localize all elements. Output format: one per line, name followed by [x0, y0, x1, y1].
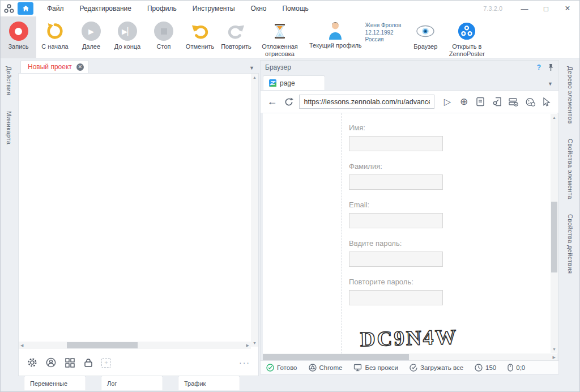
check-badge-icon [410, 364, 417, 372]
status-mouse-coords: 0;0 [508, 364, 525, 372]
clock-icon [475, 364, 483, 372]
dock-tab-action-properties[interactable]: Свойства действия [567, 214, 574, 274]
field-label-repeat-password: Повторите пароль: [349, 278, 462, 286]
tab-log[interactable]: Лог [101, 376, 163, 390]
profile-person-icon[interactable] [45, 357, 57, 368]
canvas-horizontal-scrollbar[interactable]: ◀ ▶ [19, 342, 251, 349]
restart-button[interactable]: С начала [39, 16, 71, 58]
settings-gear-icon[interactable] [27, 357, 38, 368]
hourglass-icon [272, 21, 287, 41]
menu-help[interactable]: Помощь [275, 2, 315, 15]
scrollbar-thumb[interactable] [551, 202, 557, 272]
browser-page-tab[interactable]: page [263, 75, 325, 90]
repeat-password-field[interactable] [349, 290, 443, 305]
back-icon[interactable]: ← [266, 95, 278, 109]
canvas-vertical-scrollbar[interactable]: ▲ ▼ [251, 74, 258, 347]
home-button[interactable] [18, 2, 33, 15]
dock-tab-minimap[interactable]: Миникарта [6, 111, 12, 144]
field-label-surname: Фамилия: [349, 162, 462, 171]
new-tab-icon[interactable]: ⊕ [458, 95, 470, 109]
right-dock-strip: Дерево элементов Свойства элемента Свойс… [561, 59, 579, 391]
scroll-left-icon[interactable]: ◀ [20, 343, 23, 348]
browser-panel-title: Браузер [265, 63, 291, 71]
status-proxy[interactable]: Без прокси [353, 364, 398, 372]
menu-profile[interactable]: Профиль [140, 2, 184, 15]
browser-vertical-scrollbar[interactable]: ▲ ▼ [551, 114, 558, 353]
name-field[interactable] [349, 136, 443, 151]
menu-file[interactable]: Файл [40, 2, 71, 15]
current-profile-button[interactable]: Текущий профиль Женя Фролов 12.12.1992 Р… [309, 16, 401, 58]
chrome-icon [309, 364, 317, 372]
project-panel: Новый проект ✕ ▼ ▲ ▼ ◀ ▶ [18, 60, 259, 376]
project-canvas[interactable] [18, 73, 259, 360]
menu-window[interactable]: Окно [244, 2, 274, 15]
browser-panel-header: Браузер ? [261, 61, 558, 74]
dock-tab-actions[interactable]: Действия [6, 66, 12, 95]
status-timeout[interactable]: 150 [475, 364, 496, 372]
page-tools-icon[interactable] [491, 95, 503, 109]
record-button[interactable]: Запись [1, 16, 36, 58]
deferred-render-button[interactable]: Отложенная отрисовка [256, 16, 304, 58]
scrollbar-thumb[interactable] [263, 354, 409, 360]
status-load-mode[interactable]: Загружать все [410, 364, 463, 372]
status-engine[interactable]: Chrome [309, 364, 343, 372]
page-guide-line [341, 113, 342, 353]
menu-tools[interactable]: Инструменты [186, 2, 242, 15]
tab-variables[interactable]: Переменные [24, 376, 86, 390]
page-source-icon[interactable] [475, 95, 487, 109]
browser-toggle-button[interactable]: Браузер [409, 16, 442, 58]
grid-view-icon[interactable] [64, 357, 75, 368]
scroll-down-icon[interactable]: ▼ [251, 341, 258, 345]
tab-traffic[interactable]: Трафик [178, 376, 240, 390]
skip-to-end-icon: ▶▏ [118, 22, 137, 41]
select-element-cursor-icon[interactable] [541, 95, 553, 109]
mouse-icon [508, 364, 513, 372]
email-field[interactable] [349, 213, 443, 228]
undo-button[interactable]: Отменить [184, 16, 216, 58]
stop-button[interactable]: Стоп [147, 16, 180, 58]
help-icon[interactable]: ? [537, 63, 541, 71]
lock-icon[interactable] [83, 357, 94, 368]
scroll-up-icon[interactable]: ▲ [251, 75, 258, 79]
dock-tab-element-tree[interactable]: Дерево элементов [567, 66, 574, 124]
scroll-right-icon[interactable]: ▶ [553, 355, 556, 360]
step-next-button[interactable]: ▶ Далее [75, 16, 108, 58]
more-options-icon[interactable]: ··· [239, 358, 250, 367]
project-tabs-dropdown-icon[interactable]: ▼ [249, 65, 259, 73]
maximize-button[interactable]: □ [536, 2, 556, 15]
url-input[interactable] [299, 95, 434, 109]
scroll-down-icon[interactable]: ▼ [552, 347, 556, 351]
zennoposter-icon [458, 21, 476, 41]
undo-icon [191, 21, 209, 41]
project-tab-close-icon[interactable]: ✕ [76, 63, 84, 71]
status-ready: Готово [266, 364, 297, 372]
password-field[interactable] [349, 252, 443, 267]
dock-tab-element-properties[interactable]: Свойства элемента [567, 139, 574, 199]
scroll-right-icon[interactable]: ▶ [246, 343, 249, 348]
field-label-email: Email: [349, 201, 462, 209]
field-label-password: Ввдите пароль: [349, 239, 462, 248]
refresh-icon[interactable] [283, 95, 295, 109]
profile-info: Женя Фролов 12.12.1992 Россия [365, 20, 402, 44]
minimize-button[interactable]: — [515, 2, 534, 15]
go-play-icon[interactable]: ▷ [441, 95, 453, 109]
page-favicon [269, 79, 276, 87]
project-tab[interactable]: Новый проект ✕ [20, 60, 89, 73]
toolbar: Запись С начала ▶ Далее ▶▏ До конца Стоп [1, 16, 580, 58]
pin-icon[interactable] [548, 63, 554, 71]
profile-avatar-icon [327, 20, 344, 40]
surname-field[interactable] [349, 174, 443, 190]
add-action-icon[interactable]: + [101, 358, 111, 368]
browser-panel: Браузер ? [260, 60, 559, 374]
cookies-icon[interactable] [524, 95, 536, 109]
scrollbar-thumb[interactable] [67, 342, 138, 348]
cache-server-icon[interactable] [508, 95, 519, 109]
redo-button[interactable]: Повторить [220, 16, 253, 58]
scroll-up-icon[interactable]: ▲ [552, 116, 556, 120]
open-in-zennoposter-button[interactable]: Открыть в ZennoPoster [446, 16, 487, 58]
browser-tabs-dropdown-icon[interactable]: ▼ [548, 81, 553, 87]
run-to-end-button[interactable]: ▶▏ До конца [111, 16, 144, 58]
close-button[interactable]: × [558, 2, 577, 15]
titlebar: Файл Редактирование Профиль Инструменты … [1, 1, 580, 16]
menu-edit[interactable]: Редактирование [73, 2, 138, 15]
